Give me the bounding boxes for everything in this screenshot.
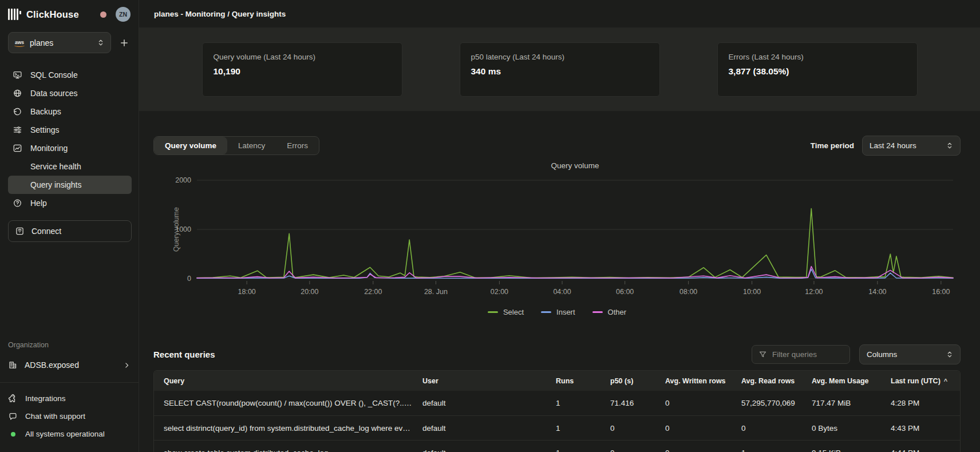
sidebar-item-chat-with-support[interactable]: Chat with support [8,407,131,425]
column-header[interactable]: Avg. Mem Usage [802,377,881,385]
column-header[interactable]: Avg. Written rows [655,377,732,385]
sidebar-item-label: All systems operational [25,430,105,438]
table-row[interactable]: SELECT CAST(round(pow(count() / max(coun… [154,391,960,415]
table-cell: 1 [732,449,802,452]
column-header[interactable]: Avg. Read rows [732,377,802,385]
sidebar-item-system-status[interactable]: All systems operational [8,425,131,443]
column-header[interactable]: Query [154,377,413,385]
connect-button[interactable]: Connect [8,220,132,242]
series-other [197,267,953,278]
time-period-label: Time period [811,141,854,150]
table-cell: 0 [600,424,655,433]
columns-select[interactable]: Columns [859,344,961,364]
project-name: planes [30,38,53,47]
time-period-value: Last 24 hours [870,141,916,150]
legend-swatch [592,311,603,313]
stat-card-errors: Errors (Last 24 hours) 3,877 (38.05%) [717,42,918,97]
legend-item-other[interactable]: Other [592,308,627,316]
sidebar-item-monitoring[interactable]: Monitoring [8,139,132,157]
x-tick-label: 18:00 [238,288,256,296]
query-volume-chart: Query volumeQuery volume01000200018:0020… [153,158,961,306]
organization-label: Organization [8,341,131,349]
table-cell: 9.15 KiB [802,449,881,452]
x-tick-label: 22:00 [364,288,382,296]
column-header[interactable]: User [413,377,546,385]
x-tick-label: 12:00 [805,288,823,296]
sidebar-footer: IntegrationsChat with supportAll systems… [0,390,139,452]
chat-icon [8,412,18,421]
table-row[interactable]: show create table system.distributed_cac… [154,440,960,452]
table-cell: 1 [546,449,600,452]
legend-item-select[interactable]: Select [488,308,524,316]
sidebar-item-label: Help [30,199,47,208]
x-tick-label: 06:00 [616,288,634,296]
filter-queries-box [752,345,850,364]
puzzle-icon [8,394,18,403]
chart-tab-group: Query volumeLatencyErrors [153,136,319,155]
sidebar-item-label: Monitoring [30,144,68,153]
sidebar-item-label: Query insights [30,180,81,189]
sidebar-divider [0,382,139,383]
chart-legend: SelectInsertOther [153,306,961,318]
recent-queries-title: Recent queries [153,350,215,359]
x-tick-label: 10:00 [743,288,761,296]
chevron-updown-icon [97,39,104,46]
table-cell: 0 [600,449,655,452]
table-cell: 57,295,770,069 [732,399,802,407]
chevron-updown-icon [946,142,953,149]
legend-label: Select [503,308,524,316]
project-select[interactable]: aws planes [8,32,111,53]
tab-query-volume[interactable]: Query volume [154,137,227,154]
sidebar-item-label: Service health [30,162,81,171]
tab-latency[interactable]: Latency [227,137,276,154]
table-cell: default [413,449,546,452]
sidebar-item-label: Chat with support [25,412,85,421]
sidebar-item-data-sources[interactable]: Data sources [8,84,132,102]
main-area: planes - Monitoring / Query insights Que… [139,0,980,452]
notification-dot[interactable] [100,11,106,18]
table-row[interactable]: select distrinct(query_id) from system.d… [154,415,960,440]
terminal-icon [13,70,23,80]
globe-icon [13,89,23,98]
sidebar-item-integrations[interactable]: Integrations [8,390,131,407]
table-cell: 0 [655,449,732,452]
chart-canvas[interactable]: Query volumeQuery volume01000200018:0020… [153,158,961,306]
sidebar-item-label: SQL Console [30,70,78,80]
organization-switcher[interactable]: ADSB.exposed [8,356,131,374]
column-header[interactable]: Runs [546,377,600,385]
sidebar-item-settings[interactable]: Settings [8,121,132,139]
tab-errors[interactable]: Errors [276,137,319,154]
column-header[interactable]: Last run (UTC)^ [881,377,961,385]
status-dot-icon [8,432,18,437]
add-service-button[interactable] [118,37,131,49]
y-tick-label: 0 [187,275,191,283]
legend-swatch [488,311,498,313]
column-header[interactable]: p50 (s) [600,377,655,385]
filter-queries-input[interactable] [772,350,835,359]
legend-swatch [541,311,551,313]
funnel-icon [758,350,767,359]
x-tick-label: 08:00 [679,288,697,296]
sidebar-item-backups[interactable]: Backups [8,102,132,121]
table-body: SELECT CAST(round(pow(count() / max(coun… [154,391,960,452]
time-period-select[interactable]: Last 24 hours [862,136,961,156]
chevron-updown-icon [946,351,953,358]
organization-section: Organization ADSB.exposed [0,341,139,374]
app-root: ClickHouse ZN aws planes SQL ConsoleData… [0,0,980,452]
chart-icon [13,144,23,153]
building-icon [8,360,18,370]
sidebar-item-label: Integrations [25,394,66,403]
sidebar-item-service-health[interactable]: Service health [8,157,132,176]
chart-controls-row: Query volumeLatencyErrors Time period La… [153,136,961,156]
user-avatar[interactable]: ZN [116,7,131,22]
table-cell: 0 [655,399,732,407]
stat-value: 3,877 (38.05%) [729,66,906,77]
sidebar-item-query-insights[interactable]: Query insights [8,176,132,194]
sidebar-item-sql-console[interactable]: SQL Console [8,66,132,84]
sidebar-item-help[interactable]: Help [8,194,132,212]
legend-item-insert[interactable]: Insert [541,308,575,316]
connect-label: Connect [31,227,61,236]
topbar: planes - Monitoring / Query insights [139,0,980,27]
table-cell: default [413,399,546,407]
stat-label: p50 latency (Last 24 hours) [471,53,649,61]
